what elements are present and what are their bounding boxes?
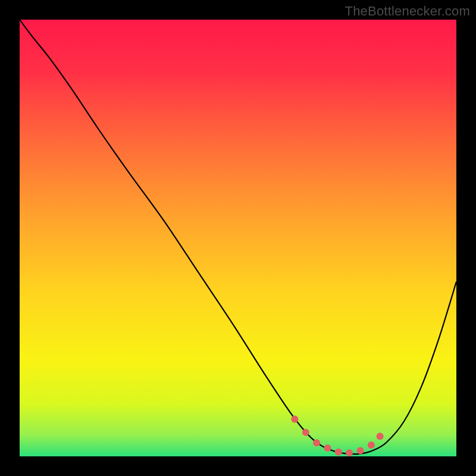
bottleneck-chart-svg: [20, 20, 456, 456]
optimal-marker: [335, 449, 342, 456]
gradient-background: [20, 20, 456, 456]
page-root: TheBottlenecker.com: [0, 0, 476, 476]
optimal-marker: [368, 441, 375, 449]
optimal-marker: [302, 429, 309, 436]
watermark-text: TheBottlenecker.com: [345, 4, 470, 19]
chart-area: [20, 20, 456, 456]
optimal-marker: [291, 416, 298, 423]
optimal-marker: [346, 449, 353, 456]
optimal-marker: [357, 447, 364, 454]
optimal-marker: [377, 433, 384, 440]
optimal-marker: [324, 444, 331, 452]
optimal-marker: [313, 439, 320, 446]
